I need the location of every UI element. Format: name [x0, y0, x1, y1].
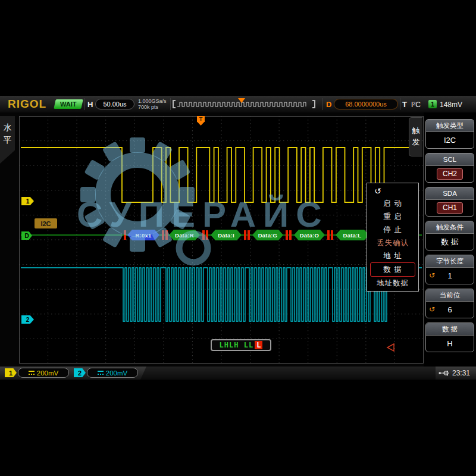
menu-item-stop[interactable]: 停 止 — [367, 224, 418, 237]
knob-icon: ↺ — [367, 184, 418, 198]
statusbar-shade — [140, 367, 436, 380]
menu-item-address[interactable]: 地 址 — [367, 249, 418, 262]
menu-trigger-condition[interactable]: 触发条件 数 据 — [425, 221, 474, 250]
ch1-scale: 200mV — [37, 369, 58, 377]
knob-icon: ↺ — [429, 272, 435, 279]
run-status-text: WAIT — [60, 101, 77, 108]
memory-bar-right-bracket — [312, 100, 315, 108]
usb-icon — [439, 369, 450, 377]
trigger-position-marker[interactable] — [238, 98, 245, 103]
menu-value: 6 — [447, 305, 452, 314]
frame-marker — [162, 230, 164, 240]
menu-label: 数 据 — [426, 323, 474, 336]
trigger-pattern-indicator: LHLH LLL — [211, 339, 271, 351]
waveform-display: R:0x1 Data:R Data:I Data:G Data:O Data:L… — [19, 116, 424, 364]
i2c-data-frame: Data:O — [294, 230, 325, 240]
menu-item-missing-ack[interactable]: 丢失确认 — [367, 237, 418, 250]
trigger-type-readout: I²C — [411, 101, 421, 109]
sample-rate: 1.000GSa/s — [138, 98, 167, 104]
menu-label: SDA — [426, 187, 474, 200]
horizontal-label: H — [87, 100, 93, 109]
menu-sda-source[interactable]: SDA CH1 — [425, 187, 474, 217]
status-bar: RIGOL WAIT H 50.00us 1.000GSa/s 700k pts… — [0, 96, 476, 112]
menu-data-value[interactable]: 数 据 H — [425, 322, 474, 352]
delay-readout: 68.0000000us — [334, 99, 398, 109]
menu-current-bit[interactable]: 当前位 ↺6 — [425, 289, 474, 318]
oscilloscope-screen: RIGOL WAIT H 50.00us 1.000GSa/s 700k pts… — [0, 96, 476, 380]
frame-marker — [165, 230, 168, 240]
i2c-data-frame: Data:I — [211, 230, 242, 240]
i2c-data-frame: Data:G — [252, 230, 283, 240]
menu-value: H — [447, 339, 452, 348]
frame-marker — [124, 230, 126, 240]
menu-value: I2C — [444, 136, 456, 145]
ch2-scale: 200mV — [106, 369, 127, 377]
menu-item-address-data[interactable]: 地址数据 — [367, 277, 418, 290]
i2c-data-frame: Data:R — [169, 230, 200, 240]
menu-byte-length[interactable]: 字节长度 ↺1 — [425, 255, 474, 284]
menu-label: 字节长度 — [426, 255, 474, 268]
memory-depth: 700k pts — [138, 104, 167, 110]
menu-label: 触发类型 — [426, 120, 474, 132]
divider — [170, 98, 171, 110]
knob-icon: ↺ — [429, 306, 435, 313]
i2c-data-frame: Data:L — [336, 230, 369, 240]
menu-label: 触发条件 — [426, 221, 474, 234]
frame-marker — [244, 230, 246, 240]
frame-marker — [286, 230, 288, 240]
frame-marker — [289, 230, 292, 240]
ch1-scale-readout[interactable]: 200mV — [18, 368, 69, 378]
i2c-address-frame: R:0x1 — [127, 230, 159, 240]
trigger-label: T — [402, 100, 407, 109]
trigger-condition-menu: ↺ 启 动 重 启 停 止 丢失确认 地 址 数 据 地址数据 — [367, 183, 419, 292]
menu-trigger-type[interactable]: 触发类型 I2C — [425, 119, 474, 149]
decode-bus-label: I2C — [35, 218, 57, 228]
pattern-active-bit: L — [255, 341, 262, 349]
menu-item-restart[interactable]: 重 启 — [367, 211, 418, 224]
horizontal-position-indicator[interactable] — [173, 99, 315, 109]
menu-label: 当前位 — [426, 289, 474, 302]
frame-marker — [331, 230, 333, 240]
trigger-menu-tab[interactable]: 触发 — [409, 117, 422, 156]
horizontal-menu-tab[interactable]: 水平 — [0, 116, 15, 164]
menu-item-data[interactable]: 数 据 — [370, 262, 415, 277]
ch1-badge[interactable]: 1 — [5, 368, 17, 377]
trigger-source-badge: 1 — [428, 100, 437, 108]
channel-status-bar: 1 200mV 2 200mV 23:31 — [0, 367, 476, 380]
menu-value: CH2 — [437, 168, 463, 180]
main-display: 水平 R:0x1 Data:R Data:I Data:G Data:O Dat… — [0, 112, 476, 367]
delay-label: D — [326, 100, 331, 109]
divider — [322, 98, 323, 110]
acquisition-info: 1.000GSa/s 700k pts — [138, 98, 167, 110]
rigol-logo: RIGOL — [8, 98, 46, 111]
ch2-badge[interactable]: 2 — [74, 368, 86, 377]
menu-value: CH1 — [437, 202, 463, 214]
pattern-bits: LHLH LL — [220, 341, 254, 349]
ch2-coupling-icon — [98, 371, 104, 375]
divider — [84, 98, 85, 110]
menu-value: 数 据 — [441, 237, 459, 248]
frame-marker — [248, 230, 250, 240]
divider — [400, 98, 400, 110]
menu-value: 1 — [447, 271, 452, 280]
frame-marker — [202, 230, 205, 240]
frame-marker — [327, 230, 330, 240]
menu-label: SCL — [426, 154, 474, 166]
menu-item-start[interactable]: 启 动 — [367, 198, 418, 211]
trigger-softkey-menu: 触发类型 I2C SCL CH2 SDA CH1 触发条件 数 据 字节长度 ↺… — [424, 112, 476, 367]
frame-marker — [206, 230, 208, 240]
timebase-readout: 50.00us — [95, 99, 134, 109]
menu-scl-source[interactable]: SCL CH2 — [425, 153, 474, 183]
trigger-level-readout: 148mV — [440, 101, 462, 109]
ch2-scale-readout[interactable]: 200mV — [87, 368, 138, 378]
ch1-coupling-icon — [29, 371, 35, 375]
clock: 23:31 — [452, 369, 470, 377]
run-status-badge: WAIT — [54, 99, 83, 109]
